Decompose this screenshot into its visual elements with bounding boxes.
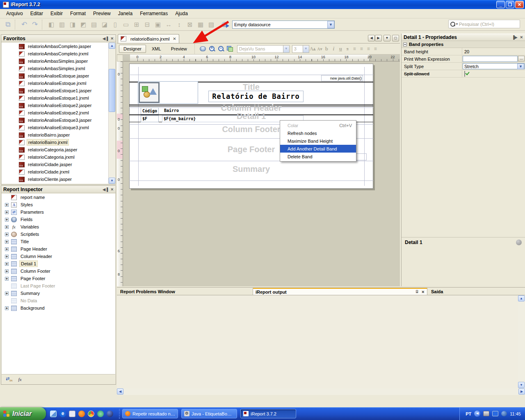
inspector-item-page-footer[interactable]: Page Footer (2, 275, 115, 282)
help-icon[interactable] (516, 240, 522, 245)
tab-report-problems[interactable]: Report Problems Window (118, 288, 253, 295)
menu-ferramentas[interactable]: Ferramentas (136, 9, 171, 18)
variables-filter-icon[interactable]: fx (18, 377, 22, 382)
close-panel-icon[interactable]: ✕ (110, 37, 114, 41)
expand-icon[interactable] (5, 203, 9, 207)
menu-item-add-another-detail-band[interactable]: Add Another Detail Band (280, 145, 356, 153)
inspector-item-background[interactable]: Background (2, 304, 115, 312)
zoom-in-icon[interactable]: + (208, 45, 217, 53)
report-title-element[interactable]: Relatório de Bairro (208, 91, 304, 102)
inspector-item-scriptlets[interactable]: Scriptlets (2, 231, 115, 238)
expand-icon[interactable] (5, 262, 9, 266)
logo-image-element[interactable] (138, 81, 198, 104)
show-desktop-icon[interactable] (50, 411, 57, 417)
file-item[interactable]: relatorioBairro.jasper (2, 131, 108, 139)
minimize-button[interactable]: _ (496, 1, 505, 8)
align-left-edge-icon[interactable]: ◧ (46, 20, 56, 29)
document-tab[interactable]: relatorioBairro.jrxml ✕ (118, 34, 179, 43)
close-tab-icon[interactable]: ✕ (421, 290, 425, 294)
font-family-dropdown-icon[interactable]: ▼ (283, 46, 289, 52)
file-item[interactable]: relatorioAnaliseEstoque3.jasper (2, 116, 108, 124)
eclipse-icon[interactable] (107, 411, 113, 417)
column-header-codigo[interactable]: Código (141, 107, 159, 114)
scroll-up-icon[interactable]: ▲ (109, 43, 115, 49)
datasource-dropdown-arrow-icon[interactable]: ▼ (327, 21, 334, 28)
tab-close-icon[interactable]: ✕ (173, 37, 176, 41)
increase-font-icon[interactable]: A▴ (309, 45, 316, 53)
menu-item-delete-band[interactable]: Delete Band (280, 153, 356, 160)
minimize-panel-icon[interactable]: ◀▐ (103, 187, 108, 192)
file-item[interactable]: relatorioAmbasCompleto.jasper (2, 43, 108, 50)
dock-panel-icon[interactable]: ▐▶ (512, 35, 517, 39)
align-left-margin-icon[interactable]: ▯ (110, 20, 120, 29)
same-width-icon[interactable]: ↔ (164, 20, 173, 29)
expand-icon[interactable] (5, 269, 9, 273)
view-xml-button[interactable]: XML (148, 45, 165, 53)
scroll-left-icon[interactable]: ◀ (117, 388, 123, 395)
expand-icon[interactable] (5, 240, 9, 244)
column-header-bairro[interactable]: Bairro (163, 107, 212, 114)
file-item[interactable]: relatorioCategoria.jasper (2, 146, 108, 153)
file-item[interactable]: relatorioBairro.jrxml (2, 139, 108, 146)
inspector-item-no-data[interactable]: No Data (2, 297, 115, 304)
undo-icon[interactable]: ↶ (19, 20, 29, 29)
center-in-band-icon[interactable]: ▣ (153, 20, 163, 29)
align-right-icon[interactable]: ≡ (365, 45, 372, 53)
expand-icon[interactable] (5, 233, 9, 236)
output-console[interactable] (117, 295, 525, 388)
internet-explorer-icon[interactable]: e (59, 411, 66, 417)
output-vertical-scrollbar[interactable]: ▲ ▼ (518, 295, 525, 388)
design-canvas[interactable]: Title Column Header Detail 1 Column Foot… (123, 62, 400, 286)
menu-item-maximize-band-height[interactable]: Maximize Band Height (280, 137, 356, 145)
menu-editar[interactable]: Editar (27, 9, 47, 18)
copy-style-icon[interactable] (226, 45, 235, 53)
file-item[interactable]: relatorioAnaliseEstoque2.jrxml (2, 109, 108, 116)
network-tray-icon[interactable] (492, 411, 498, 416)
scroll-up-icon[interactable]: ▲ (518, 295, 525, 301)
font-size-dropdown-icon[interactable]: ▼ (303, 46, 309, 52)
inspector-item-column-footer[interactable]: Column Footer (2, 267, 115, 275)
align-right-margin-icon[interactable]: ▭ (121, 20, 131, 29)
tab-saida[interactable]: Saída (429, 288, 524, 295)
scroll-down-icon[interactable]: ▼ (518, 382, 525, 388)
expand-icon[interactable] (5, 292, 9, 295)
menu-exibir[interactable]: Exibir (47, 9, 66, 18)
expand-icon[interactable] (5, 277, 9, 281)
inspector-item-column-header[interactable]: Column Header (2, 253, 115, 260)
menu-arquivo[interactable]: Arquivo (2, 9, 27, 18)
favoritos-scrollbar[interactable]: ▲ ▼ (109, 43, 115, 184)
paste-format-icon[interactable]: ⧉ (3, 20, 13, 29)
same-size-icon[interactable]: ⊠ (185, 20, 195, 29)
file-item[interactable]: relatorioAnaliseEstoque3.jrxml (2, 124, 108, 131)
justify-icon[interactable]: ≡ (372, 45, 379, 53)
font-size-select[interactable]: 3 ▼ (292, 45, 309, 53)
file-item[interactable]: relatorioAnaliseEstoque1.jasper (2, 87, 108, 94)
file-item[interactable]: relatorioCidade.jrxml (2, 168, 108, 176)
expression-editor-icon[interactable]: ... (518, 56, 525, 62)
file-item[interactable]: relatorioAnaliseEstoque1.jrxml (2, 94, 108, 102)
align-vertical-center-icon[interactable]: ▤ (89, 20, 99, 29)
collapse-section-icon[interactable] (403, 43, 407, 46)
firefox-icon[interactable] (78, 411, 85, 417)
java-tray-icon[interactable] (501, 411, 507, 416)
menu-ajuda[interactable]: Ajuda (171, 9, 192, 18)
font-family-select[interactable]: DejaVu Sans ▼ (237, 45, 290, 53)
inspector-item-detail-1[interactable]: Detail 1 (2, 260, 115, 267)
menu-item-colar[interactable]: ColarCtrl+V (280, 121, 356, 129)
hide-tray-icons-chevron-icon[interactable]: ◀ (474, 411, 480, 417)
scroll-tabs-right-icon[interactable]: ▶ (375, 35, 382, 41)
task-button-firefox[interactable]: Repetir resultado na ... (122, 409, 178, 418)
close-panel-icon[interactable]: ✕ (110, 187, 114, 192)
maximize-editor-icon[interactable]: ▢ (392, 35, 399, 41)
bold-icon[interactable]: b (323, 45, 330, 53)
scroll-down-icon[interactable]: ▼ (109, 178, 115, 184)
strikethrough-icon[interactable]: s (344, 45, 351, 53)
expand-icon[interactable] (5, 225, 9, 229)
inspector-item-last-page-footer[interactable]: Last Page Footer (2, 282, 115, 290)
inspector-item-page-header[interactable]: Page Header (2, 245, 115, 253)
view-preview-button[interactable]: Preview (167, 45, 191, 53)
task-button-java[interactable]: ⚙Java - EtiquetaBom/s... (181, 409, 237, 418)
align-right-edge-icon[interactable]: ◨ (68, 20, 78, 29)
menu-janela[interactable]: Janela (114, 9, 136, 18)
date-expression-field[interactable]: new java.util.Date() (321, 75, 363, 81)
